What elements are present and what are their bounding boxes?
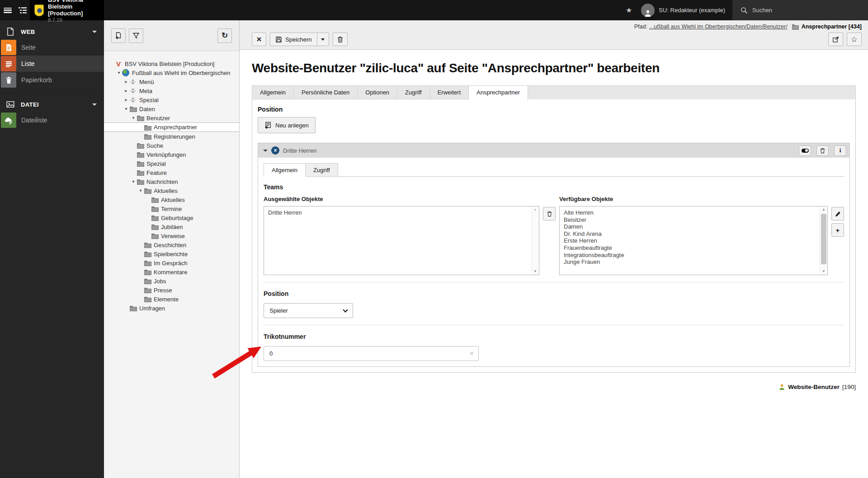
- scroll-down-icon[interactable]: ▼: [532, 268, 539, 275]
- tree-node-spezial[interactable]: ▸Spezial: [104, 95, 239, 104]
- folder-icon: [144, 187, 151, 194]
- tree-node-jubil-en[interactable]: Jubiläen: [104, 222, 239, 231]
- refresh-tree-button[interactable]: ↻: [217, 28, 232, 43]
- scroll-up-icon[interactable]: ▲: [532, 206, 539, 213]
- tree-node-bsv-viktoria-bielstein-production[interactable]: BSV Viktoria Bielstein [Production]: [104, 59, 239, 68]
- remove-selected-button[interactable]: [543, 207, 556, 220]
- expand-icon[interactable]: ▸: [123, 89, 129, 93]
- collapse-icon[interactable]: ▾: [116, 70, 122, 75]
- tree-node-nachrichten[interactable]: ▾Nachrichten: [104, 177, 239, 186]
- new-page-button[interactable]: [111, 28, 126, 43]
- modulemenu-toggle-button[interactable]: [0, 0, 15, 20]
- sidebar-item-liste[interactable]: Liste: [0, 56, 104, 72]
- listbox-option[interactable]: Dr. Kind Arena: [560, 230, 817, 238]
- toolbar-search[interactable]: Suchen: [732, 0, 868, 20]
- listbox-option[interactable]: Integrationsbeauftragte: [560, 252, 817, 259]
- site-logo-block[interactable]: BSV Viktoria Bielstein [Production] 8.7.…: [30, 0, 104, 20]
- tree-node-elemente[interactable]: Elemente: [104, 295, 239, 304]
- scroll-down-icon[interactable]: ▼: [820, 268, 827, 275]
- sidebar-item-seite[interactable]: Seite: [0, 39, 104, 56]
- sidebar-item-dateiliste[interactable]: Dateiliste: [0, 112, 104, 128]
- module-group-web[interactable]: WEB: [0, 24, 104, 39]
- pagetree-toggle-button[interactable]: [15, 0, 30, 20]
- user-menu[interactable]: SU: Redakteur (example): [638, 0, 732, 20]
- tree-node-geschichten[interactable]: Geschichten: [104, 240, 239, 249]
- tree-node-verweise[interactable]: Verweise: [104, 231, 239, 240]
- expand-icon[interactable]: ▸: [123, 98, 129, 102]
- tree-node-umfragen[interactable]: Umfragen: [104, 304, 239, 313]
- collapse-record-icon[interactable]: [263, 150, 268, 152]
- tree-node-label: Im Gespräch: [154, 260, 187, 267]
- edit-objects-button[interactable]: [831, 207, 844, 220]
- available-objects-listbox[interactable]: ▲ ▼ Alte HerrenBeisitzerDamenDr. Kind Ar…: [559, 206, 828, 275]
- listbox-option[interactable]: Junge Frauen: [560, 258, 817, 266]
- tree-node-spielberichte[interactable]: Spielberichte: [104, 249, 239, 258]
- tree-node-feature[interactable]: Feature: [104, 168, 239, 177]
- listbox-option[interactable]: Beisitzer: [560, 216, 817, 224]
- collapse-icon[interactable]: ▾: [130, 116, 137, 120]
- tree-node-benutzer[interactable]: ▾Benutzer: [104, 113, 239, 122]
- sidebar-item-papierkorb[interactable]: Papierkorb: [0, 72, 104, 88]
- tree-node-jobs[interactable]: Jobs: [104, 276, 239, 286]
- listbox-option[interactable]: Erste Herren: [560, 237, 817, 244]
- scrollbar[interactable]: ▲ ▼: [531, 206, 539, 275]
- record-enable-toggle-button[interactable]: [799, 145, 811, 156]
- expand-icon[interactable]: ▸: [123, 80, 129, 84]
- tree-node-verkn-pfungen[interactable]: Verknüpfungen: [104, 150, 239, 159]
- listbox-option[interactable]: Frauenbeauftragte: [560, 244, 817, 252]
- save-button[interactable]: Speichern: [270, 33, 317, 46]
- tree-node-aktuelles[interactable]: ▾Aktuelles: [104, 186, 239, 195]
- tab-erweitert[interactable]: Erweitert: [430, 85, 469, 99]
- close-button[interactable]: ×: [252, 33, 266, 46]
- tree-node-daten[interactable]: ▾Daten: [104, 104, 239, 113]
- tab-pers-nliche-daten[interactable]: Persönliche Daten: [294, 85, 358, 99]
- selected-objects-listbox[interactable]: ▲ ▼ Dritte Herren: [264, 206, 539, 275]
- tab-allgemein[interactable]: Allgemein: [252, 85, 294, 99]
- create-new-button[interactable]: Neu anlegen: [258, 117, 316, 133]
- position-select[interactable]: Spieler: [264, 303, 353, 318]
- tab-zugriff[interactable]: Zugriff: [397, 85, 430, 99]
- collapse-icon[interactable]: ▾: [123, 107, 129, 111]
- tree-node-meta[interactable]: ▸Meta: [104, 86, 239, 95]
- tab-ansprechpartner[interactable]: Ansprechpartner: [469, 85, 528, 100]
- record-info-button[interactable]: i: [834, 145, 846, 156]
- collapse-icon[interactable]: ▾: [130, 179, 137, 184]
- delete-button[interactable]: [333, 33, 348, 46]
- bookmark-star-icon[interactable]: ★: [619, 6, 638, 14]
- trikotnummer-input[interactable]: [269, 350, 470, 357]
- save-options-button[interactable]: [317, 33, 329, 46]
- inline-record-header[interactable]: × Dritte Herren i: [258, 143, 849, 158]
- tree-node-ansprechpartner[interactable]: Ansprechpartner: [104, 122, 239, 132]
- clear-input-icon[interactable]: ×: [470, 350, 474, 357]
- collapse-icon[interactable]: ▾: [137, 188, 144, 193]
- filter-button[interactable]: [129, 28, 143, 43]
- tree-node-spezial[interactable]: Spezial: [104, 159, 239, 168]
- tree-node-im-gespr-ch[interactable]: Im Gespräch: [104, 258, 239, 267]
- folder-icon: [144, 133, 151, 140]
- listbox-option[interactable]: Dritte Herren: [264, 209, 529, 216]
- bookmark-button[interactable]: ☆: [847, 33, 862, 46]
- record-delete-button[interactable]: [816, 145, 829, 156]
- tab-zugriff[interactable]: Zugriff: [306, 163, 338, 177]
- listbox-option[interactable]: Damen: [560, 223, 817, 230]
- listbox-option[interactable]: Alte Herren: [560, 209, 817, 216]
- tree-node-geburtstage[interactable]: Geburtstage: [104, 213, 239, 222]
- tree-node-fu-ball-aus-wiehl-im-oberbergischen[interactable]: ▾Fußball aus Wiehl im Oberbergischen: [104, 68, 239, 77]
- scrollbar[interactable]: ▲ ▼: [820, 206, 827, 275]
- scrollbar-thumb[interactable]: [821, 214, 826, 264]
- tree-node-presse[interactable]: Presse: [104, 286, 239, 295]
- tree-node-men[interactable]: ▸Menü: [104, 77, 239, 86]
- open-in-new-window-button[interactable]: [828, 33, 843, 46]
- module-group-datei[interactable]: DATEI: [0, 97, 104, 112]
- add-object-button[interactable]: +: [831, 223, 844, 237]
- tab-allgemein[interactable]: Allgemein: [264, 163, 306, 177]
- tree-node-suche[interactable]: Suche: [104, 141, 239, 150]
- tree-node-registrierungen[interactable]: Registrierungen: [104, 132, 239, 141]
- tree-node-termine[interactable]: Termine: [104, 204, 239, 213]
- scroll-up-icon[interactable]: ▲: [820, 206, 827, 213]
- breadcrumb-path-link[interactable]: ...ußball aus Wiehl im Oberbergischen/Da…: [649, 23, 788, 30]
- tree-node-label: Jubiläen: [161, 224, 183, 230]
- tree-node-aktuelles[interactable]: Aktuelles: [104, 195, 239, 204]
- tree-node-kommentare[interactable]: Kommentare: [104, 267, 239, 276]
- tab-optionen[interactable]: Optionen: [358, 85, 397, 99]
